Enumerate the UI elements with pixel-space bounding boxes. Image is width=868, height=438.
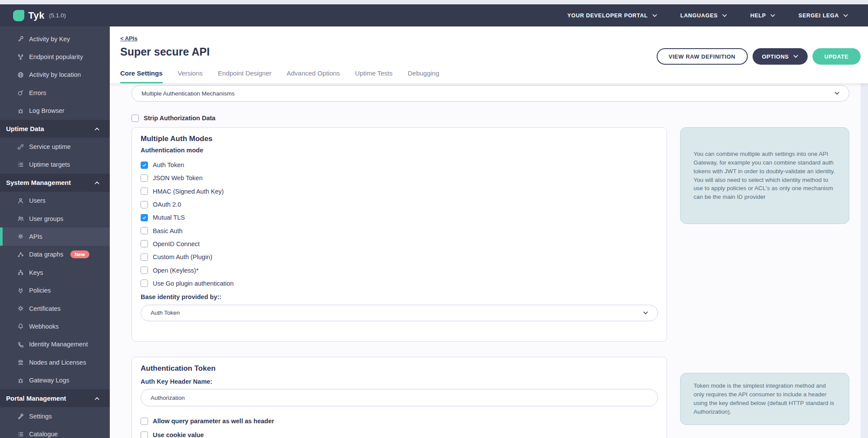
plug-icon <box>17 287 25 294</box>
auth-token-info-column: Token mode is the simplest integration m… <box>680 357 849 425</box>
auth-mode-option-openid-connect[interactable]: OpenID Connect <box>141 237 658 250</box>
sidebar-section-uptime-data[interactable]: Uptime Data <box>0 120 110 138</box>
sidebar-item-users[interactable]: Users <box>0 192 110 210</box>
authentication-token-card: Authentication Token Auth Key Header Nam… <box>132 357 667 438</box>
sidebar-item-webhooks[interactable]: Webhooks <box>0 317 110 335</box>
chevron-down-icon <box>652 14 657 17</box>
auth-modes-row: Multiple Auth Modes Authentication mode … <box>132 127 849 342</box>
auth-key-header-name-input[interactable] <box>141 389 658 406</box>
sidebar-item-nodes-and-licenses[interactable]: Nodes and Licenses <box>0 353 110 371</box>
scrollbar-track[interactable] <box>861 83 868 438</box>
auth-mode-option-oauth-2-0[interactable]: OAuth 2.0 <box>141 198 658 211</box>
auth-mode-option-auth-token[interactable]: Auth Token <box>141 158 658 171</box>
sidebar-item-activity-by-location[interactable]: Activity by location <box>0 66 110 84</box>
sidebar-item-label: Activity by Key <box>29 36 70 43</box>
checkbox[interactable] <box>141 175 148 182</box>
checkbox[interactable] <box>141 214 148 221</box>
sidebar-item-errors[interactable]: Errors <box>0 84 110 102</box>
tab-advanced-options[interactable]: Advanced Options <box>286 69 340 83</box>
checkbox[interactable] <box>141 201 148 208</box>
sidebar-item-catalogue[interactable]: Catalogue <box>0 425 110 438</box>
checkbox[interactable] <box>141 280 148 287</box>
key-icon <box>17 36 25 42</box>
topbar-menu-label: YOUR DEVELOPER PORTAL <box>567 13 648 19</box>
strip-authorization-checkbox-row[interactable]: Strip Authorization Data <box>132 114 849 122</box>
auth-modes-info-box: You can combine multiple auth settings i… <box>680 127 849 224</box>
auth-mode-option-label: OAuth 2.0 <box>153 201 181 208</box>
checkbox[interactable] <box>132 115 139 122</box>
auth-mode-option-use-go-plugin-authentication[interactable]: Use Go plugin authentication <box>141 277 658 290</box>
checkbox[interactable] <box>141 188 148 195</box>
sidebar-item-keys[interactable]: Keys <box>0 263 110 281</box>
chevron-down-icon <box>770 14 775 17</box>
sidebar-item-uptime-targets[interactable]: Uptime targets <box>0 156 110 174</box>
topbar-menu-your-developer-portal[interactable]: YOUR DEVELOPER PORTAL <box>567 13 657 19</box>
auth-key-header-name-label: Auth Key Header Name: <box>141 377 658 386</box>
auth-mode-option-label: Custom Auth (Plugin) <box>153 254 212 260</box>
link-icon <box>17 144 25 150</box>
auth-mode-option-label: HMAC (Signed Auth Key) <box>153 188 224 195</box>
sidebar-item-identity-management[interactable]: Identity Management <box>0 336 110 353</box>
auth-mode-option-label: Mutual TLS <box>153 214 185 221</box>
strip-authorization-label: Strip Authorization Data <box>144 115 215 122</box>
auth-mode-options: Auth TokenJSON Web TokenHMAC (Signed Aut… <box>141 158 658 290</box>
sidebar-item-log-browser[interactable]: Log Browser <box>0 102 110 120</box>
auth-token-option-label: Use cookie value <box>153 431 204 438</box>
sidebar-item-activity-by-key[interactable]: Activity by Key <box>0 30 110 48</box>
checkbox[interactable] <box>141 161 148 169</box>
sidebar-section-portal-management[interactable]: Portal Management <box>0 389 110 407</box>
tyk-logo[interactable]: Tyk <box>13 10 45 21</box>
checkbox[interactable] <box>141 240 148 247</box>
update-button[interactable]: UPDATE <box>812 48 861 65</box>
auth-token-option-allow-query-parameter-as-well-as-header[interactable]: Allow query parameter as well as header <box>141 417 658 425</box>
scroll-content: Multiple Authentication Mechanisms Strip… <box>110 83 868 438</box>
auth-mode-option-mutual-tls[interactable]: Mutual TLS <box>141 211 658 224</box>
sidebar-item-certificates[interactable]: Certificates <box>0 300 110 317</box>
authentication-mode-label: Authentication mode <box>141 146 658 155</box>
topbar-menu-help[interactable]: HELP <box>750 13 775 19</box>
checkbox[interactable] <box>141 267 148 274</box>
auth-token-option-use-cookie-value[interactable]: Use cookie value <box>141 431 658 438</box>
sidebar-item-label: Activity by location <box>29 71 81 78</box>
tab-debugging[interactable]: Debugging <box>408 69 439 83</box>
tab-endpoint-designer[interactable]: Endpoint Designer <box>218 69 271 83</box>
sidebar-section-system-management[interactable]: System Management <box>0 174 110 191</box>
sidebar-item-data-graphs[interactable]: Data graphsNew <box>0 246 110 263</box>
topbar-menu-sergei-lega[interactable]: SERGEI LEGA <box>799 13 848 19</box>
view-raw-definition-button[interactable]: VIEW RAW DEFINITION <box>657 48 748 65</box>
breadcrumb-back-apis[interactable]: < APIs <box>120 35 138 42</box>
tab-uptime-tests[interactable]: Uptime Tests <box>355 69 392 83</box>
base-identity-select[interactable]: Auth Token <box>141 305 658 321</box>
tab-versions[interactable]: Versions <box>178 69 203 83</box>
topbar-menu-languages[interactable]: LANGUAGES <box>681 13 727 19</box>
checkbox[interactable] <box>141 418 148 425</box>
chevron-up-icon <box>95 127 99 131</box>
bug-icon <box>17 108 25 114</box>
sidebar-item-label: Endpoint popularity <box>29 53 83 60</box>
gear-icon <box>17 233 25 240</box>
topbar-menu-label: HELP <box>750 13 766 19</box>
main-area: < APIs Super secure API Core SettingsVer… <box>110 26 868 438</box>
sidebar-item-service-uptime[interactable]: Service uptime <box>0 138 110 155</box>
auth-mode-option-custom-auth-plugin[interactable]: Custom Auth (Plugin) <box>141 250 658 263</box>
tab-core-settings[interactable]: Core Settings <box>120 69 163 83</box>
auth-mode-option-open-keyless[interactable]: Open (Keyless)* <box>141 263 658 277</box>
auth-mode-option-label: Auth Token <box>153 161 184 168</box>
sidebar-item-settings[interactable]: Settings <box>0 407 110 425</box>
checkbox[interactable] <box>141 431 148 438</box>
sidebar-item-gateway-logs[interactable]: Gateway Logs <box>0 371 110 389</box>
checkbox[interactable] <box>141 227 148 234</box>
auth-mechanism-select[interactable]: Multiple Authentication Mechanisms <box>132 85 849 102</box>
auth-mode-option-basic-auth[interactable]: Basic Auth <box>141 224 658 237</box>
chevron-down-icon <box>722 14 727 17</box>
sidebar-item-endpoint-popularity[interactable]: Endpoint popularity <box>0 48 110 66</box>
sidebar-item-user-groups[interactable]: User groups <box>0 210 110 227</box>
sidebar-item-policies[interactable]: Policies <box>0 281 110 299</box>
sidebar-item-apis[interactable]: APIs <box>0 227 110 245</box>
auth-mode-option-hmac-signed-auth-key[interactable]: HMAC (Signed Auth Key) <box>141 185 658 198</box>
checkbox[interactable] <box>141 254 148 261</box>
globe-icon <box>17 72 25 78</box>
auth-mode-option-json-web-token[interactable]: JSON Web Token <box>141 171 658 184</box>
options-button[interactable]: OPTIONS <box>753 48 808 65</box>
auth-token-info-text: Token mode is the simplest integration m… <box>694 382 836 416</box>
